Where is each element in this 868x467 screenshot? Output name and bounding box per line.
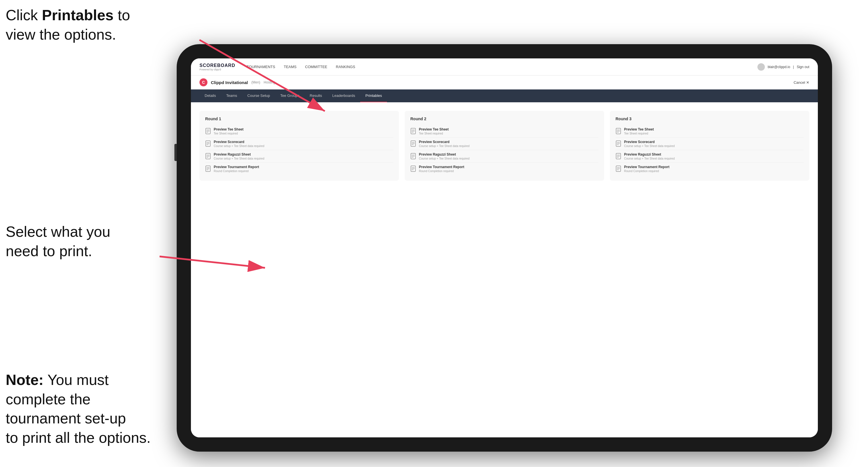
round-3-scorecard-title: Preview Scorecard xyxy=(624,140,675,144)
raguzzi-icon-r1 xyxy=(205,153,211,159)
nav-rankings[interactable]: RANKINGS xyxy=(336,64,355,70)
round-3-scorecard-subtitle: Course setup + Tee Sheet data required xyxy=(624,145,675,148)
round-3-section: Round 3 Preview Tee Sheet Tee Sheet requ… xyxy=(610,111,809,181)
scoreboard-logo: SCOREBOARD Powered by clipp'd xyxy=(199,63,236,71)
round-3-tee-sheet[interactable]: Preview Tee Sheet Tee Sheet required xyxy=(616,125,804,137)
annotation-top: Click Printables toview the options. xyxy=(6,6,130,44)
round-2-report-title: Preview Tournament Report xyxy=(419,165,464,169)
annotation-bottom: Note: You mustcomplete thetournament set… xyxy=(6,370,151,447)
tab-leaderboards[interactable]: Leaderboards xyxy=(327,90,360,102)
round-1-raguzzi-subtitle: Course setup + Tee Sheet data required xyxy=(214,157,264,160)
round-3-raguzzi-title: Preview Raguzzi Sheet xyxy=(624,152,675,156)
tab-details[interactable]: Details xyxy=(199,90,221,102)
tournament-bar: C Clippd Invitational (Men) Hosting Canc… xyxy=(191,75,818,90)
scorecard-icon-r2 xyxy=(410,141,416,147)
round-2-tee-sheet-title: Preview Tee Sheet xyxy=(419,127,449,131)
report-icon-r2 xyxy=(410,165,416,172)
round-1-report-title: Preview Tournament Report xyxy=(214,165,259,169)
round-2-report-text: Preview Tournament Report Round Completi… xyxy=(419,165,464,173)
user-avatar xyxy=(757,63,765,71)
nav-right: blair@clippd.io | Sign out xyxy=(757,63,809,71)
tournament-bracket: (Men) xyxy=(251,80,260,84)
round-3-tee-sheet-text: Preview Tee Sheet Tee Sheet required xyxy=(624,127,654,135)
round-2-scorecard[interactable]: Preview Scorecard Course setup + Tee She… xyxy=(410,137,598,150)
round-2-raguzzi[interactable]: Preview Raguzzi Sheet Course setup + Tee… xyxy=(410,150,598,163)
tournament-logo: C xyxy=(199,79,208,86)
round-1-scorecard[interactable]: Preview Scorecard Course setup + Tee She… xyxy=(205,137,393,150)
tab-teams[interactable]: Teams xyxy=(221,90,242,102)
raguzzi-icon-r3 xyxy=(616,153,621,159)
round-1-tee-sheet-text: Preview Tee Sheet Tee Sheet required xyxy=(214,127,244,135)
round-1-scorecard-title: Preview Scorecard xyxy=(214,140,264,144)
round-2-tee-sheet[interactable]: Preview Tee Sheet Tee Sheet required xyxy=(410,125,598,137)
round-2-tournament-report[interactable]: Preview Tournament Report Round Completi… xyxy=(410,163,598,175)
logo-subtitle: Powered by clipp'd xyxy=(199,68,236,71)
round-2-title: Round 2 xyxy=(410,117,598,121)
report-icon-r3 xyxy=(616,165,621,172)
tablet-side-button xyxy=(175,144,177,161)
round-1-tee-sheet-subtitle: Tee Sheet required xyxy=(214,132,244,135)
round-3-title: Round 3 xyxy=(616,117,804,121)
round-3-raguzzi[interactable]: Preview Raguzzi Sheet Course setup + Tee… xyxy=(616,150,804,163)
tab-course-setup[interactable]: Course Setup xyxy=(242,90,275,102)
round-3-report-text: Preview Tournament Report Round Completi… xyxy=(624,165,670,173)
round-2-raguzzi-text: Preview Raguzzi Sheet Course setup + Tee… xyxy=(419,152,469,160)
nav-committee[interactable]: COMMITTEE xyxy=(305,64,328,70)
round-2-section: Round 2 Preview Tee Sheet Tee Sheet requ… xyxy=(405,111,604,181)
tab-printables[interactable]: Printables xyxy=(360,90,387,102)
round-2-raguzzi-title: Preview Raguzzi Sheet xyxy=(419,152,469,156)
round-3-tournament-report[interactable]: Preview Tournament Report Round Completi… xyxy=(616,163,804,175)
nav-left: SCOREBOARD Powered by clipp'd TOURNAMENT… xyxy=(199,63,355,71)
round-3-report-subtitle: Round Completion required xyxy=(624,169,670,173)
round-1-scorecard-text: Preview Scorecard Course setup + Tee She… xyxy=(214,140,264,148)
top-nav: SCOREBOARD Powered by clipp'd TOURNAMENT… xyxy=(191,58,818,75)
round-1-report-text: Preview Tournament Report Round Completi… xyxy=(214,165,259,173)
scorecard-icon-r3 xyxy=(616,141,621,147)
sign-out-link[interactable]: Sign out xyxy=(797,65,809,69)
round-1-tee-sheet[interactable]: Preview Tee Sheet Tee Sheet required xyxy=(205,125,393,137)
annotation-middle: Select what youneed to print. xyxy=(6,222,110,261)
round-2-scorecard-title: Preview Scorecard xyxy=(419,140,469,144)
scorecard-icon-r1 xyxy=(205,141,211,147)
raguzzi-icon-r2 xyxy=(410,153,416,159)
tab-tee-groups[interactable]: Tee Groups xyxy=(275,90,305,102)
tournament-name: Clippd Invitational xyxy=(211,80,248,85)
tournament-status: Hosting xyxy=(264,80,275,84)
tablet-shell: SCOREBOARD Powered by clipp'd TOURNAMENT… xyxy=(177,44,832,452)
app-container: SCOREBOARD Powered by clipp'd TOURNAMENT… xyxy=(191,58,818,437)
round-1-scorecard-subtitle: Course setup + Tee Sheet data required xyxy=(214,145,264,148)
tournament-info: C Clippd Invitational (Men) Hosting xyxy=(199,79,275,86)
round-1-raguzzi-title: Preview Raguzzi Sheet xyxy=(214,152,264,156)
round-2-tee-sheet-text: Preview Tee Sheet Tee Sheet required xyxy=(419,127,449,135)
round-3-report-title: Preview Tournament Report xyxy=(624,165,670,169)
round-2-raguzzi-subtitle: Course setup + Tee Sheet data required xyxy=(419,157,469,160)
rounds-grid: Round 1 Preview xyxy=(199,111,809,181)
user-email: blair@clippd.io xyxy=(768,65,790,69)
round-3-scorecard-text: Preview Scorecard Course setup + Tee She… xyxy=(624,140,675,148)
round-1-raguzzi[interactable]: Preview Raguzzi Sheet Course setup + Tee… xyxy=(205,150,393,163)
round-3-tee-sheet-subtitle: Tee Sheet required xyxy=(624,132,654,135)
round-3-tee-sheet-title: Preview Tee Sheet xyxy=(624,127,654,131)
round-1-title: Round 1 xyxy=(205,117,393,121)
round-1-report-subtitle: Round Completion required xyxy=(214,169,259,173)
tee-sheet-icon-r2 xyxy=(410,128,416,134)
round-2-report-subtitle: Round Completion required xyxy=(419,169,464,173)
sub-nav: Details Teams Course Setup Tee Groups Re… xyxy=(191,90,818,102)
main-content: Round 1 Preview xyxy=(191,102,818,437)
round-3-raguzzi-text: Preview Raguzzi Sheet Course setup + Tee… xyxy=(624,152,675,160)
nav-links: TOURNAMENTS TEAMS COMMITTEE RANKINGS xyxy=(247,64,355,70)
tee-sheet-icon-r3 xyxy=(616,128,621,134)
logo-title: SCOREBOARD xyxy=(199,63,236,68)
cancel-button[interactable]: Cancel ✕ xyxy=(794,80,809,85)
round-2-scorecard-subtitle: Course setup + Tee Sheet data required xyxy=(419,145,469,148)
tee-sheet-icon xyxy=(205,128,211,134)
round-3-scorecard[interactable]: Preview Scorecard Course setup + Tee She… xyxy=(616,137,804,150)
nav-tournaments[interactable]: TOURNAMENTS xyxy=(247,64,275,70)
round-3-raguzzi-subtitle: Course setup + Tee Sheet data required xyxy=(624,157,675,160)
annotation-bold-printables: Printables xyxy=(42,7,114,23)
round-1-tournament-report[interactable]: Preview Tournament Report Round Completi… xyxy=(205,163,393,175)
tablet-screen: SCOREBOARD Powered by clipp'd TOURNAMENT… xyxy=(191,58,818,437)
round-2-tee-sheet-subtitle: Tee Sheet required xyxy=(419,132,449,135)
nav-teams[interactable]: TEAMS xyxy=(284,64,297,70)
tab-results[interactable]: Results xyxy=(305,90,327,102)
